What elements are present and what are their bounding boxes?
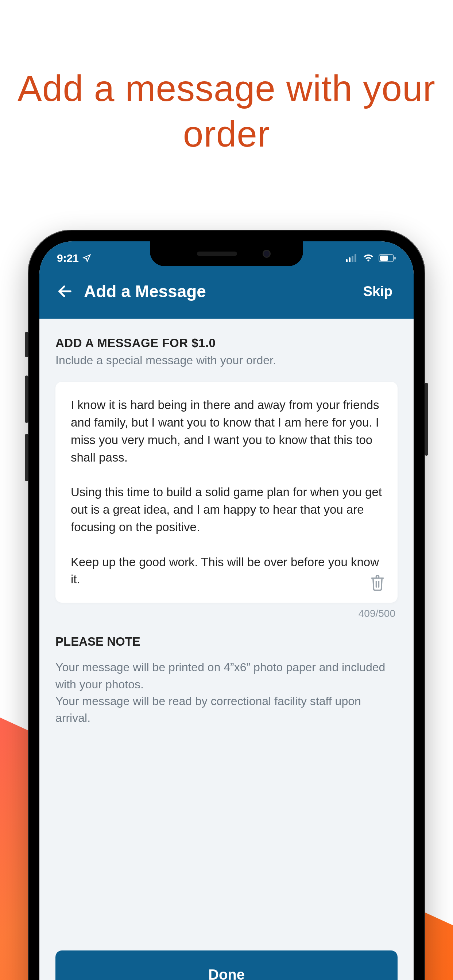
wifi-icon (362, 254, 374, 262)
svg-rect-1 (349, 258, 351, 262)
phone-side-button (25, 375, 29, 423)
bottom-area: Done Uploading Images (56, 940, 397, 980)
svg-rect-3 (354, 254, 356, 262)
phone-speaker (197, 251, 237, 256)
phone-mockup: 9:21 (28, 230, 425, 980)
status-time: 9:21 (57, 252, 79, 264)
phone-camera (263, 250, 271, 258)
svg-rect-5 (380, 256, 388, 261)
phone-notch (150, 241, 303, 266)
phone-side-button (25, 332, 29, 357)
page-title: Add a Message (84, 282, 206, 301)
cellular-icon (346, 254, 358, 262)
message-card: I know it is hard being in there and awa… (56, 382, 397, 603)
note-body: Your message will be printed on 4”x6” ph… (56, 659, 397, 727)
phone-side-button (424, 383, 428, 456)
character-counter: 409/500 (56, 608, 397, 619)
section-title: ADD A MESSAGE FOR $1.0 (56, 336, 397, 350)
back-button[interactable] (54, 280, 76, 302)
phone-screen: 9:21 (39, 241, 414, 980)
delete-message-button[interactable] (368, 573, 388, 592)
phone-side-button (25, 434, 29, 481)
svg-rect-6 (394, 257, 396, 259)
note-title: PLEASE NOTE (56, 635, 397, 649)
message-textarea[interactable]: I know it is hard being in there and awa… (71, 396, 382, 588)
nav-bar: Add a Message Skip (39, 271, 414, 319)
skip-button[interactable]: Skip (363, 284, 399, 299)
section-subtitle: Include a special message with your orde… (56, 354, 397, 367)
svg-rect-0 (346, 259, 348, 262)
battery-icon (379, 254, 396, 262)
trash-icon (370, 574, 385, 591)
svg-rect-2 (352, 256, 353, 262)
location-icon (83, 254, 91, 262)
done-button[interactable]: Done (56, 950, 397, 980)
content-area: ADD A MESSAGE FOR $1.0 Include a special… (39, 319, 414, 980)
promo-title: Add a message with your order (0, 65, 453, 157)
